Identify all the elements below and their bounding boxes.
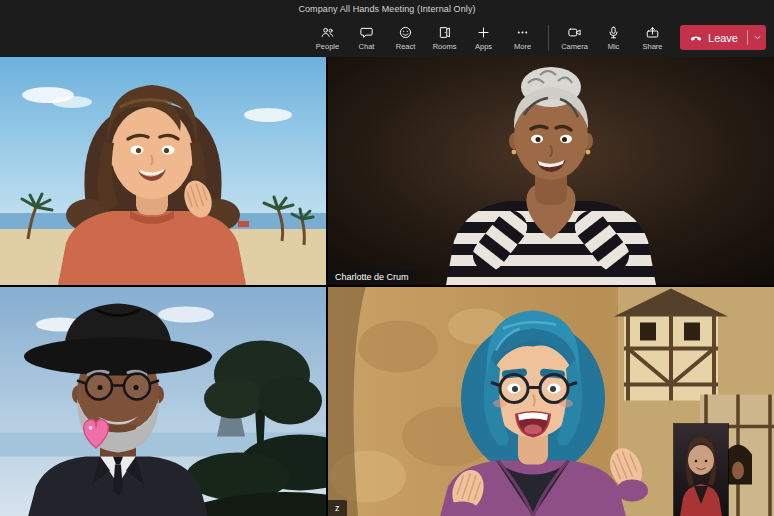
window-titlebar: Company All Hands Meeting (Internal Only… <box>0 0 774 18</box>
rooms-icon <box>437 25 452 40</box>
participant-2-avatar-video <box>328 57 774 285</box>
participant-name-label: z <box>328 500 347 516</box>
apps-icon <box>476 25 491 40</box>
react-icon <box>398 25 413 40</box>
self-view-avatar-video <box>674 424 728 516</box>
leave-button[interactable]: Leave <box>680 25 747 50</box>
react-button[interactable]: React <box>387 20 424 56</box>
video-tile-participant-3[interactable] <box>0 287 326 516</box>
people-label: People <box>316 42 339 51</box>
chat-button[interactable]: Chat <box>348 20 385 56</box>
camera-icon <box>567 25 582 40</box>
rooms-button[interactable]: Rooms <box>426 20 463 56</box>
participant-1-avatar-video <box>0 57 326 285</box>
video-grid: Charlotte de Crum <box>0 57 774 516</box>
leave-call-icon <box>689 31 703 45</box>
mic-button[interactable]: Mic <box>595 20 632 56</box>
mic-label: Mic <box>608 42 620 51</box>
react-label: React <box>396 42 416 51</box>
more-button[interactable]: More <box>504 20 541 56</box>
camera-button[interactable]: Camera <box>556 20 593 56</box>
video-tile-participant-2[interactable]: Charlotte de Crum <box>328 57 774 285</box>
video-tile-participant-4[interactable]: z <box>328 287 774 516</box>
camera-label: Camera <box>561 42 588 51</box>
toolbar-divider <box>548 25 549 51</box>
apps-button[interactable]: Apps <box>465 20 502 56</box>
chevron-down-icon <box>752 32 763 43</box>
video-tile-participant-1[interactable] <box>0 57 326 285</box>
self-view-pip[interactable] <box>674 424 728 516</box>
chat-icon <box>359 25 374 40</box>
teams-meeting-window: Company All Hands Meeting (Internal Only… <box>0 0 774 516</box>
share-icon <box>645 25 660 40</box>
more-label: More <box>514 42 531 51</box>
share-label: Share <box>643 42 663 51</box>
participant-3-avatar-video <box>0 287 326 516</box>
leave-label: Leave <box>708 32 738 44</box>
rooms-label: Rooms <box>433 42 457 51</box>
people-icon <box>320 25 335 40</box>
chat-label: Chat <box>359 42 375 51</box>
mic-icon <box>606 25 621 40</box>
meeting-title: Company All Hands Meeting (Internal Only… <box>298 4 475 14</box>
participant-name-label: Charlotte de Crum <box>328 269 416 285</box>
share-button[interactable]: Share <box>634 20 671 56</box>
apps-label: Apps <box>475 42 492 51</box>
leave-options-button[interactable] <box>748 25 766 50</box>
more-icon <box>515 25 530 40</box>
leave-button-group: Leave <box>680 25 766 50</box>
meeting-toolbar: People Chat React Rooms Apps <box>0 18 774 57</box>
people-button[interactable]: People <box>309 20 346 56</box>
